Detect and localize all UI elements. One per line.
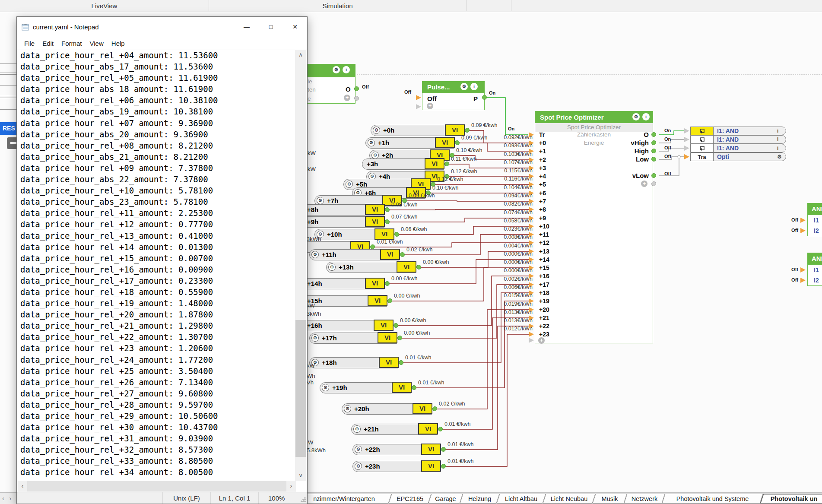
page-tab-9[interactable]: Photovoltaik und Systeme bbox=[662, 494, 763, 504]
top-tab-empty[interactable] bbox=[467, 0, 511, 11]
top-tab-liveview[interactable]: LiveView bbox=[0, 0, 209, 11]
input-connector bbox=[529, 157, 534, 162]
ref-label: e bbox=[308, 95, 311, 102]
gear-icon[interactable]: ⚙ bbox=[460, 83, 468, 90]
edge-and-node-header[interactable]: AND bbox=[807, 253, 822, 264]
gear-icon[interactable]: ⚙ bbox=[311, 251, 319, 258]
gear-icon[interactable]: ⚙ bbox=[373, 127, 380, 134]
add-output-icon[interactable]: + bbox=[641, 181, 647, 187]
virtual-input-+18h[interactable]: ⚙+18hVI bbox=[309, 357, 398, 368]
menu-view[interactable]: View bbox=[86, 40, 108, 47]
optimizer-input-+22: +22 bbox=[539, 323, 549, 330]
gear-icon[interactable]: ⚙ bbox=[632, 113, 640, 120]
page-tab-10[interactable]: Photovoltaik un bbox=[760, 494, 822, 504]
menu-format[interactable]: Format bbox=[57, 40, 86, 47]
info-icon[interactable]: i bbox=[777, 136, 786, 143]
menu-help[interactable]: Help bbox=[108, 40, 129, 47]
vi-badge: VI bbox=[378, 332, 397, 343]
horizontal-scrollbar[interactable]: ‹ › bbox=[18, 481, 296, 492]
add-input-icon[interactable]: + bbox=[538, 337, 545, 344]
gear-icon[interactable]: ⚙ bbox=[371, 152, 379, 159]
page-tab-7[interactable]: Musik bbox=[592, 494, 627, 504]
virtual-input-+3h[interactable]: +3hVI bbox=[362, 158, 444, 170]
virtual-input-+13h[interactable]: ⚙+13hVI bbox=[326, 262, 416, 273]
gear-icon[interactable]: ⚙ bbox=[322, 384, 329, 391]
minimize-button[interactable]: — bbox=[235, 17, 259, 37]
optimizer-input-+9: +9 bbox=[539, 215, 546, 222]
add-input-icon[interactable]: + bbox=[427, 103, 433, 109]
virtual-input-+17h[interactable]: ⚙+17hVI bbox=[309, 333, 397, 344]
virtual-input-+23h[interactable]: ⚙+23hVI bbox=[352, 461, 441, 472]
page-tab-6[interactable]: Licht Neubau bbox=[543, 494, 595, 504]
gear-icon[interactable]: ⚙ bbox=[346, 181, 353, 188]
resize-grip[interactable] bbox=[301, 497, 306, 502]
page-tab-8[interactable]: Netzwerk bbox=[624, 494, 665, 504]
scroll-left-icon[interactable]: ‹ bbox=[18, 481, 27, 492]
virtual-input-+8h[interactable]: +8hVI bbox=[302, 204, 384, 216]
virtual-input-+22h[interactable]: ⚙+22hVI bbox=[352, 444, 441, 455]
virtual-input-+14h[interactable]: +14hVI bbox=[302, 278, 384, 289]
gear-icon[interactable]: ⚙ bbox=[344, 405, 351, 412]
info-icon[interactable]: i bbox=[642, 113, 650, 120]
gear-icon[interactable]: ⚙ bbox=[355, 463, 362, 470]
optimizer-input-Tr: Tr bbox=[539, 131, 545, 138]
gear-icon[interactable]: ⚙ bbox=[355, 446, 362, 453]
price-label: 0.08 €/kwh bbox=[391, 202, 417, 208]
virtual-input-+19h[interactable]: ⚙+19hVI bbox=[320, 382, 411, 393]
edge-and-node-header[interactable]: AND bbox=[807, 203, 822, 215]
price-label: 0.00 €/kwh bbox=[400, 317, 426, 323]
close-button[interactable]: ✕ bbox=[283, 17, 307, 37]
page-tab-4[interactable]: Heizung bbox=[460, 494, 499, 504]
virtual-input-+1h[interactable]: ⚙+1hVI bbox=[365, 137, 454, 149]
virtual-input-+21h[interactable]: ⚙+21hVI bbox=[351, 424, 438, 435]
notepad-title-bar[interactable]: current.yaml - Notepad — □ ✕ bbox=[17, 17, 307, 37]
gear-icon[interactable]: ⚙ bbox=[311, 334, 319, 342]
info-icon[interactable]: i bbox=[777, 144, 786, 152]
output-connector bbox=[416, 265, 421, 269]
top-tab-simulation[interactable]: Simulation bbox=[209, 0, 467, 11]
gear-icon[interactable]: ⚙ bbox=[777, 153, 786, 161]
menu-edit[interactable]: Edit bbox=[38, 40, 57, 47]
tab-scroll-arrows[interactable]: ‹ › bbox=[2, 495, 13, 502]
info-icon[interactable]: i bbox=[777, 127, 786, 135]
gear-icon[interactable]: ⚙ bbox=[368, 139, 375, 146]
scroll-up-icon[interactable]: ∧ bbox=[295, 50, 306, 60]
virtual-input-+20h[interactable]: ⚙+20hVI bbox=[342, 403, 432, 415]
vertical-scroll-thumb[interactable] bbox=[295, 320, 306, 457]
and-reference-1[interactable]: I1: ANDi bbox=[690, 127, 786, 135]
virtual-input-+0h[interactable]: ⚙+0hVI bbox=[371, 125, 464, 136]
vi-badge: VI bbox=[392, 382, 412, 393]
and-input-I2: I2 bbox=[814, 227, 819, 234]
vertical-scrollbar[interactable]: ∧ ∨ bbox=[295, 50, 306, 481]
gear-icon[interactable]: ⚙ bbox=[317, 197, 324, 204]
scroll-down-icon[interactable]: ∨ bbox=[295, 470, 306, 481]
maximize-button[interactable]: □ bbox=[259, 17, 283, 37]
info-icon[interactable]: i bbox=[343, 66, 350, 73]
output-connector bbox=[385, 207, 390, 212]
virtual-input-label: +8h bbox=[307, 206, 318, 213]
virtual-input-+16h[interactable]: +16hVI bbox=[302, 320, 393, 331]
add-output-icon[interactable]: + bbox=[344, 95, 350, 101]
page-tab-1[interactable]: nzimmer/Wintergarten bbox=[296, 494, 391, 504]
virtual-input-+11h[interactable]: ⚙+11hVI bbox=[309, 249, 400, 260]
input-connector bbox=[416, 95, 421, 100]
notepad-text-area[interactable]: data_price_hour_rel_+04_amount: 11.53600… bbox=[18, 50, 298, 481]
and-reference-2[interactable]: I1: ANDi bbox=[690, 135, 786, 144]
and-reference-4[interactable]: TraOpti⚙ bbox=[690, 152, 786, 161]
price-label: 0.02 €/kwh bbox=[439, 401, 465, 407]
gear-icon[interactable]: ⚙ bbox=[328, 263, 336, 271]
horizontal-scroll-thumb[interactable] bbox=[27, 481, 286, 491]
page-tab-2[interactable]: EPC2165 bbox=[388, 494, 431, 504]
scroll-right-icon[interactable]: › bbox=[286, 481, 296, 492]
gear-icon[interactable]: ⚙ bbox=[353, 425, 361, 433]
and-reference-3[interactable]: I1: ANDi bbox=[690, 144, 786, 152]
virtual-input-+9h[interactable]: +9hVI bbox=[302, 216, 384, 228]
page-tab-3[interactable]: Garage bbox=[428, 494, 463, 504]
info-icon[interactable]: i bbox=[470, 83, 478, 90]
page-tab-5[interactable]: Licht Altbau bbox=[496, 494, 546, 504]
virtual-input-+15h[interactable]: +15hVI bbox=[302, 295, 387, 307]
notepad-window[interactable]: current.yaml - Notepad — □ ✕ FileEditFor… bbox=[16, 16, 308, 504]
gear-icon[interactable]: ⚙ bbox=[333, 66, 340, 73]
hidden-node-fragment: kW bbox=[307, 302, 315, 309]
menu-file[interactable]: File bbox=[20, 40, 38, 47]
